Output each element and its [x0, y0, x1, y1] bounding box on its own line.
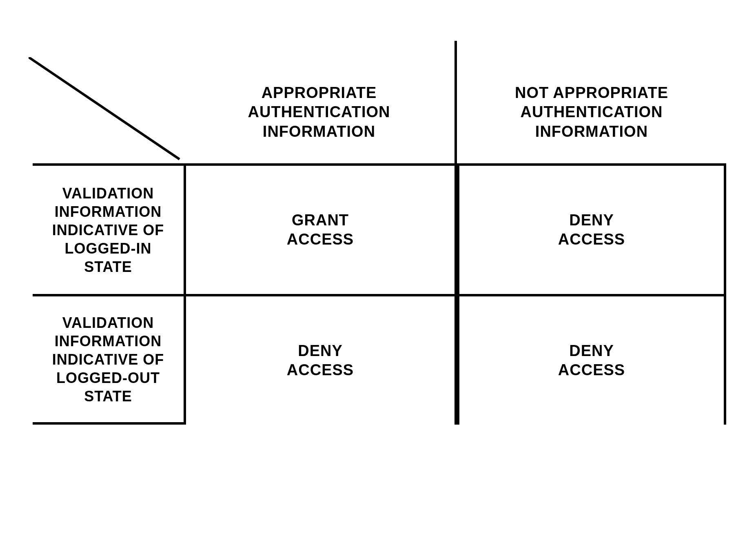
decision-matrix: APPROPRIATE AUTHENTICATION INFORMATION N…: [33, 61, 726, 425]
diagonal-slash-icon: [29, 57, 184, 163]
matrix-grid: APPROPRIATE AUTHENTICATION INFORMATION N…: [33, 61, 726, 425]
svg-line-0: [29, 57, 180, 159]
row-header-logged-in: VALIDATION INFORMATION INDICATIVE OF LOG…: [33, 163, 184, 294]
column-header-not-appropriate: NOT APPROPRIATE AUTHENTICATION INFORMATI…: [457, 61, 726, 163]
column-header-appropriate: APPROPRIATE AUTHENTICATION INFORMATION: [184, 61, 457, 163]
cell-logged-out-appropriate: DENY ACCESS: [184, 294, 457, 425]
cell-logged-out-not-appropriate: DENY ACCESS: [457, 294, 726, 425]
matrix-corner: [33, 61, 184, 163]
row-header-logged-out: VALIDATION INFORMATION INDICATIVE OF LOG…: [33, 294, 184, 425]
cell-logged-in-appropriate: GRANT ACCESS: [184, 163, 457, 294]
cell-logged-in-not-appropriate: DENY ACCESS: [457, 163, 726, 294]
